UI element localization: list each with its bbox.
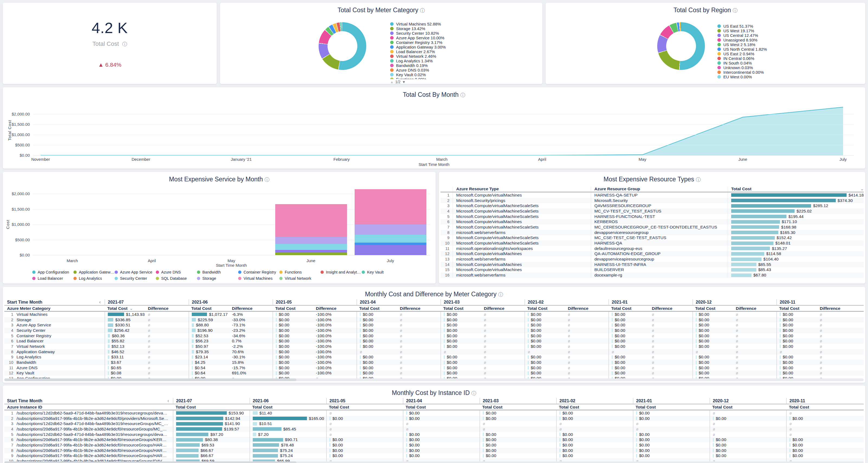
cost-bar[interactable] — [780, 328, 781, 332]
cost-bar[interactable] — [483, 433, 484, 436]
page-down-icon[interactable]: ▼ — [402, 80, 406, 84]
legend-item[interactable]: US West 2 5.18% — [717, 42, 831, 47]
cost-bar[interactable] — [176, 417, 223, 420]
table-row[interactable]: 1/subscriptions/12d2db62-5aa9-471d-84bb-… — [4, 410, 864, 416]
cost-bar[interactable] — [176, 438, 203, 441]
legend-item[interactable]: Azure DNS 0.03% — [390, 68, 504, 73]
cost-bar[interactable] — [483, 443, 484, 447]
cost-bar[interactable] — [276, 318, 277, 321]
month-header[interactable]: 2020-12 — [692, 299, 776, 305]
info-icon[interactable]: ⓘ — [471, 390, 476, 396]
stacked-bar-plot[interactable]: $2,000.00$1,500.00$1,000.00$500.00$0.00M… — [32, 188, 430, 255]
cost-bar[interactable] — [780, 334, 781, 338]
cost-bar[interactable] — [276, 350, 277, 353]
legend-item[interactable]: Virtual Network — [279, 276, 320, 281]
month-header[interactable]: 2021-04 — [356, 299, 440, 305]
cost-bar[interactable] — [559, 417, 560, 420]
cost-bar[interactable] — [696, 366, 697, 370]
info-icon[interactable]: ⓘ — [498, 292, 503, 297]
cost-bar[interactable] — [612, 323, 613, 327]
legend-item[interactable]: Unassigned 8.93% — [717, 38, 831, 42]
meter-category-donut-chart[interactable] — [318, 22, 366, 70]
cost-bar[interactable] — [528, 339, 529, 343]
cost-bar[interactable] — [559, 448, 560, 452]
cost-bar[interactable] — [192, 323, 194, 327]
legend-item[interactable]: Container Registry 3.17% — [390, 40, 504, 45]
cost-bar[interactable] — [253, 422, 257, 426]
cost-bar[interactable] — [108, 350, 110, 353]
legend-item[interactable]: US North Central 1.82% — [717, 47, 831, 52]
total-cost-header[interactable]: Total Cost — [403, 404, 479, 410]
cost-bar[interactable] — [789, 454, 790, 458]
bar-segment[interactable] — [275, 237, 347, 244]
table-row[interactable]: 9Log Analytics$33.11ø$23.14-30.1%$0.00-1… — [4, 354, 864, 360]
difference-header[interactable]: Difference — [145, 306, 189, 311]
table-row[interactable]: 8microsoft.web/serverfarmsdevappservicer… — [440, 230, 864, 235]
total-cost-header[interactable]: Total Cost — [189, 306, 229, 311]
total-cost-header[interactable]: Total Cost — [776, 306, 817, 311]
cost-bar[interactable] — [696, 339, 697, 343]
cost-bar[interactable] — [636, 438, 637, 441]
total-cost-header[interactable]: Total Cost — [692, 306, 733, 311]
cost-bar[interactable] — [636, 417, 637, 420]
legend-item[interactable]: US West 19.17% — [717, 28, 831, 33]
table-row[interactable]: 1Microsoft.Compute/virtualMachinesHARNES… — [440, 193, 864, 198]
month-header[interactable]: 2021-05 — [273, 299, 356, 305]
cost-bar[interactable] — [406, 438, 407, 441]
cost-bar[interactable] — [528, 371, 529, 375]
legend-item[interactable]: Security Center — [115, 276, 156, 281]
cost-bar[interactable] — [713, 454, 714, 458]
cost-bar[interactable] — [276, 328, 277, 332]
cost-bar[interactable] — [780, 355, 781, 359]
table-row[interactable]: 3/subscriptions/12d2db62-5aa9-471d-84bb-… — [4, 421, 864, 426]
month-header[interactable]: 2021-01 — [609, 299, 692, 305]
cost-bar[interactable] — [108, 371, 109, 375]
cost-bar[interactable] — [108, 355, 110, 359]
table-row[interactable]: 11Azure DNS$0.65ø$0.54-15.7%$0.00-100.0%… — [4, 365, 864, 371]
cost-bar[interactable] — [192, 361, 193, 364]
table-row[interactable]: 3Microsoft.Compute/virtualMachineScaleSe… — [440, 203, 864, 208]
legend-item[interactable]: Application Gateway — [73, 270, 115, 274]
cost-bar[interactable] — [696, 313, 697, 316]
cost-bar[interactable] — [528, 361, 529, 364]
cost-bar[interactable] — [360, 371, 361, 375]
cost-bar[interactable] — [612, 328, 613, 332]
cost-bar[interactable] — [528, 318, 529, 321]
table-row[interactable]: 8/subscriptions/20d6a917-99fa-4b1b-9b2e-… — [4, 448, 864, 453]
cost-bar[interactable] — [780, 323, 781, 327]
legend-item[interactable]: Bandwidth — [197, 270, 238, 274]
cost-bar[interactable] — [696, 361, 697, 364]
table-row[interactable]: 2/subscriptions/20d6a917-99fa-4b1b-9b2e-… — [4, 416, 864, 421]
cost-bar[interactable] — [108, 318, 113, 321]
info-icon[interactable]: ⓘ — [122, 41, 127, 47]
table-row[interactable]: 7Microsoft.Compute/virtualMachineScaleSe… — [440, 225, 864, 230]
table-row[interactable]: 6Microsoft.Compute/virtualMachinesKERBER… — [440, 219, 864, 225]
cost-bar[interactable] — [636, 433, 637, 436]
column-header[interactable]: Total Cost⌄ — [728, 186, 864, 192]
cost-bar[interactable] — [528, 345, 529, 348]
bar-segment[interactable] — [354, 242, 426, 245]
cost-bar[interactable] — [731, 220, 780, 224]
bar-segment[interactable] — [354, 189, 426, 224]
cost-bar[interactable] — [612, 318, 613, 321]
difference-header[interactable]: Difference — [649, 306, 692, 311]
cost-bar[interactable] — [780, 339, 781, 343]
info-icon[interactable]: ⓘ — [460, 92, 465, 98]
cost-bar[interactable] — [731, 209, 795, 213]
month-header[interactable]: 2021-05 — [326, 398, 403, 404]
table-row[interactable]: 14Microsoft.Compute/virtualMachinesHARNE… — [440, 262, 864, 267]
cost-bar[interactable] — [780, 371, 781, 375]
cost-bar[interactable] — [108, 361, 109, 364]
total-cost-header[interactable]: Total Cost — [609, 306, 649, 311]
total-cost-header[interactable]: Total Cost — [173, 404, 249, 410]
table-row[interactable]: 6/subscriptions/20d6a917-99fa-4b1b-9b2e-… — [4, 437, 864, 442]
cost-bar[interactable] — [696, 355, 697, 359]
cost-bar[interactable] — [253, 433, 256, 436]
cost-bar[interactable] — [192, 339, 194, 343]
legend-item[interactable]: Azure DNS — [156, 270, 197, 274]
difference-header[interactable]: Difference — [397, 306, 440, 311]
cost-bar[interactable] — [713, 417, 714, 420]
legend-item[interactable]: Unknown 0.03% — [717, 65, 831, 70]
month-header[interactable]: 2021-04 — [403, 398, 479, 404]
legend-item[interactable]: Security Center 10.82% — [390, 31, 504, 35]
